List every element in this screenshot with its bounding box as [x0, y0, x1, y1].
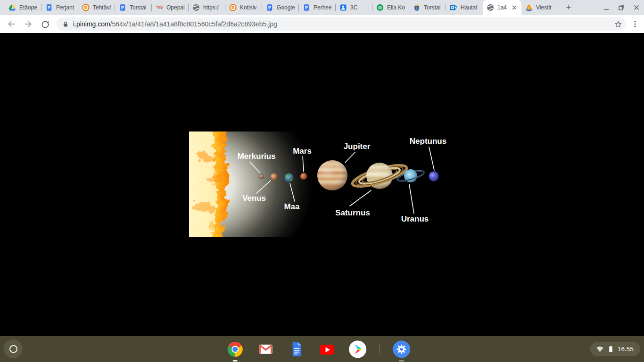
- mars-planet: [300, 173, 307, 180]
- bingel-icon: [82, 4, 90, 11]
- tab-label: Hautal: [461, 4, 479, 11]
- chat-icon: [376, 4, 384, 11]
- tab-perjant[interactable]: Perjant: [41, 0, 78, 15]
- mars-label: Mars: [293, 147, 312, 156]
- shelf: 16.55: [0, 336, 644, 362]
- outlook-icon: [450, 4, 457, 11]
- venus-label: Venus: [242, 194, 266, 203]
- launcher-button[interactable]: [4, 339, 23, 358]
- shelf-separator: [380, 344, 380, 354]
- solar-system-image[interactable]: Merkurius Venus Maa Mars Jupiter Saturnu…: [189, 132, 455, 237]
- clock-time: 16.55: [618, 346, 634, 353]
- tab-google[interactable]: Google: [262, 0, 299, 15]
- chromeos-screen: Etäope Perjant Tehtävä Torstai Opepal ht…: [0, 0, 644, 362]
- crest-icon: [413, 4, 421, 11]
- tab-https[interactable]: https:/: [189, 0, 225, 15]
- tab-ella[interactable]: Ella Ko: [372, 0, 409, 15]
- tab-perhee[interactable]: Perhee: [299, 0, 336, 15]
- close-tab-icon[interactable]: [511, 4, 518, 11]
- wilma-icon: [525, 4, 533, 11]
- launcher-circle-icon: [9, 345, 17, 353]
- lock-icon: [62, 21, 69, 28]
- battery-icon: [607, 345, 614, 353]
- drive-icon: [8, 4, 16, 11]
- docs-icon[interactable]: [288, 340, 305, 358]
- tab-1a4-active[interactable]: 1a4: [483, 0, 521, 15]
- tab-label: 1a4: [497, 4, 508, 11]
- tab-label: Torstai: [130, 4, 148, 11]
- tab-hautal[interactable]: Hautal: [446, 0, 483, 15]
- tab-kotisiv[interactable]: Kotisiv: [225, 0, 262, 15]
- contacts-icon: [339, 4, 347, 11]
- gmail-icon[interactable]: [257, 340, 275, 358]
- chrome-icon[interactable]: [226, 340, 244, 358]
- tab-etaope[interactable]: Etäope: [5, 0, 41, 15]
- tab-torstai-2[interactable]: Torstai: [409, 0, 446, 15]
- bookmark-star-icon[interactable]: [613, 19, 623, 29]
- running-indicator: [233, 360, 238, 362]
- venus-planet: [270, 173, 277, 180]
- youtube-icon[interactable]: [318, 340, 336, 358]
- forward-icon[interactable]: [22, 17, 35, 31]
- tab-label: Google: [277, 4, 295, 11]
- tab-label: Torstai: [424, 4, 442, 11]
- tab-3c[interactable]: 3C: [336, 0, 372, 15]
- docs-icon: [266, 4, 273, 11]
- tab-opepal[interactable]: Opepal: [152, 0, 189, 15]
- tab-strip: Etäope Perjant Tehtävä Torstai Opepal ht…: [0, 0, 644, 15]
- tab-label: Viestit: [536, 4, 554, 11]
- neptune-label: Neptunus: [410, 137, 446, 146]
- reload-icon[interactable]: [39, 17, 52, 31]
- restore-icon[interactable]: [614, 0, 629, 15]
- settings-icon[interactable]: [393, 340, 411, 358]
- opepalvelu-icon: [156, 4, 163, 11]
- jupiter-planet: [317, 160, 347, 190]
- tab-label: Tehtävä: [93, 4, 111, 11]
- tab-label: Kotisiv: [240, 4, 258, 11]
- tab-label: https:/: [203, 4, 222, 11]
- minimize-icon[interactable]: [599, 0, 614, 15]
- uranus-label: Uranus: [401, 214, 429, 223]
- tab-label: Perjant: [56, 4, 74, 11]
- docs-icon: [45, 4, 53, 11]
- docs-icon: [303, 4, 310, 11]
- window-controls: [599, 0, 644, 15]
- jupiter-label: Jupiter: [344, 142, 371, 151]
- play-store-icon[interactable]: [349, 340, 367, 358]
- tab-torstai-1[interactable]: Torstai: [115, 0, 152, 15]
- status-tray[interactable]: 16.55: [590, 342, 640, 356]
- tab-tehtava[interactable]: Tehtävä: [78, 0, 115, 15]
- saturn-label: Saturnus: [335, 208, 370, 217]
- tab-label: Ella Ko: [387, 4, 405, 11]
- tab-label: Opepal: [166, 4, 185, 11]
- sun: [189, 132, 230, 237]
- back-icon[interactable]: [5, 17, 18, 31]
- tab-label: 3C: [350, 4, 369, 11]
- tab-viestit[interactable]: Viestit: [521, 0, 558, 15]
- mercury-label: Merkurius: [237, 152, 275, 161]
- mercury-planet: [259, 174, 264, 179]
- docs-icon: [119, 4, 126, 11]
- page-content: Merkurius Venus Maa Mars Jupiter Saturnu…: [0, 33, 644, 336]
- url-domain: i.pinimg.com: [73, 20, 110, 28]
- shelf-apps: [226, 336, 411, 362]
- close-icon[interactable]: [629, 0, 644, 15]
- menu-dots-icon[interactable]: [629, 18, 641, 30]
- new-tab-button[interactable]: +: [562, 1, 575, 14]
- globe-icon: [192, 4, 200, 11]
- wifi-icon: [596, 345, 604, 353]
- bingel-icon: [229, 4, 237, 11]
- browser-toolbar: i.pinimg.com/564x/1a/41/a8/1a41a8f8c8015…: [0, 15, 644, 33]
- tab-label: Etäope: [19, 4, 38, 11]
- url-path: /564x/1a/41/a8/1a41a8f8c801560c5faf2d6a2…: [110, 20, 277, 28]
- earth-planet: [285, 173, 294, 182]
- address-bar[interactable]: i.pinimg.com/564x/1a/41/a8/1a41a8f8c8015…: [57, 17, 626, 31]
- earth-label: Maa: [284, 202, 300, 211]
- globe-icon: [487, 4, 494, 11]
- tab-label: Perhee: [314, 4, 332, 11]
- neptune-planet: [429, 172, 439, 181]
- running-indicator: [399, 360, 404, 362]
